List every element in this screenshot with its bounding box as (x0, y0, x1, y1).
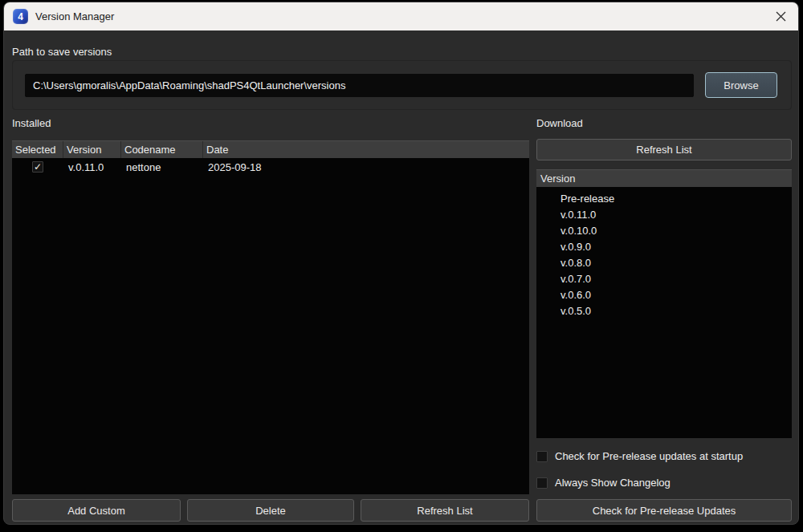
show-changelog-checkbox-label: Always Show Changelog (555, 477, 671, 489)
cell-codename: nettone (121, 161, 203, 173)
version-list-item[interactable]: v.0.9.0 (536, 239, 792, 255)
window-title: Version Manager (35, 10, 114, 22)
refresh-list-button-installed[interactable]: Refresh List (361, 499, 529, 522)
titlebar[interactable]: 4 Version Manager (4, 2, 798, 30)
shadps4-app-icon: 4 (13, 9, 28, 24)
version-list-item[interactable]: v.0.10.0 (536, 223, 792, 239)
browse-button[interactable]: Browse (705, 72, 777, 98)
cell-selected: ✓ (12, 161, 63, 173)
add-custom-button[interactable]: Add Custom (12, 499, 181, 522)
version-list-item[interactable]: v.0.11.0 (536, 207, 792, 223)
show-changelog-checkbox-row: Always Show Changelog (536, 476, 671, 489)
column-header-version[interactable]: Version (63, 141, 121, 158)
desktop-background: 4 Version Manager Path to save versions … (0, 0, 803, 532)
download-versions-table: Version Pre-release v.0.11.0 v.0.10.0 v.… (536, 169, 792, 438)
cell-version: v.0.11.0 (63, 161, 121, 173)
show-changelog-checkbox[interactable] (536, 477, 548, 489)
installed-table-body[interactable]: ✓ v.0.11.0 nettone 2025-09-18 (12, 158, 529, 494)
column-header-date[interactable]: Date (203, 141, 529, 158)
table-row[interactable]: ✓ v.0.11.0 nettone 2025-09-18 (12, 158, 529, 176)
delete-button[interactable]: Delete (187, 499, 354, 522)
column-header-codename[interactable]: Codename (121, 141, 203, 158)
version-list-item[interactable]: Pre-release (536, 191, 792, 207)
installed-table-header: Selected Version Codename Date (12, 140, 529, 158)
download-versions-list[interactable]: Pre-release v.0.11.0 v.0.10.0 v.0.9.0 v.… (536, 187, 792, 438)
download-section-label: Download (536, 117, 583, 129)
close-icon (776, 11, 786, 22)
version-manager-window: 4 Version Manager Path to save versions … (3, 2, 799, 525)
refresh-list-button-download[interactable]: Refresh List (536, 139, 792, 160)
checkmark-icon: ✓ (34, 162, 42, 172)
path-group-label: Path to save versions (12, 46, 112, 58)
version-list-item[interactable]: v.0.6.0 (536, 287, 792, 303)
check-prerelease-updates-button[interactable]: Check for Pre-release Updates (536, 499, 792, 522)
cell-date: 2025-09-18 (203, 161, 529, 173)
prerelease-updates-checkbox-row: Check for Pre-release updates at startup (536, 449, 743, 463)
version-list-item[interactable]: v.0.5.0 (536, 303, 792, 319)
prerelease-updates-checkbox[interactable] (536, 451, 548, 462)
prerelease-updates-checkbox-label: Check for Pre-release updates at startup (555, 450, 743, 462)
app-icon-glyph: 4 (18, 11, 23, 22)
version-list-item[interactable]: v.0.7.0 (536, 271, 792, 287)
installed-table: Selected Version Codename Date ✓ v.0.11.… (12, 140, 529, 494)
close-button[interactable] (763, 2, 798, 30)
path-input[interactable] (25, 74, 694, 97)
column-header-download-version[interactable]: Version (536, 169, 792, 187)
installed-section-label: Installed (12, 117, 51, 129)
column-header-selected[interactable]: Selected (12, 141, 63, 158)
version-list-item[interactable]: v.0.8.0 (536, 255, 792, 271)
row-selected-checkbox[interactable]: ✓ (32, 161, 43, 173)
